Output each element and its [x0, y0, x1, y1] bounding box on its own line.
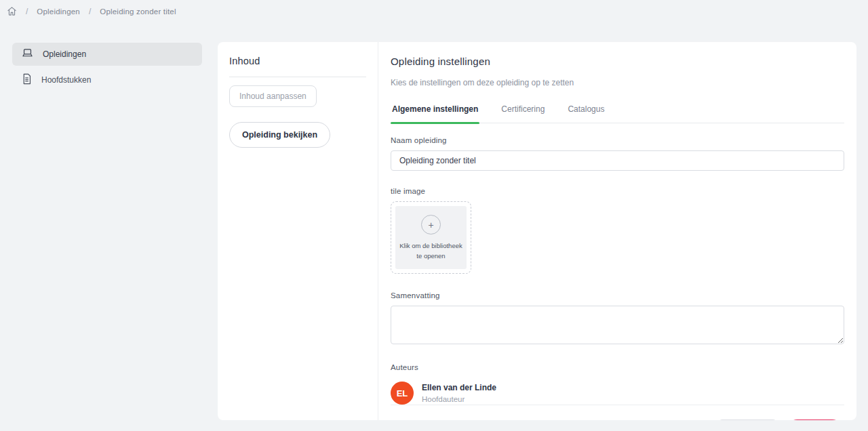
plus-icon: +	[421, 215, 441, 234]
author-name: Ellen van der Linde	[422, 383, 496, 392]
tab-catalogus[interactable]: Catalogus	[566, 103, 606, 123]
breadcrumb: / Opleidingen / Opleiding zonder titel	[0, 0, 868, 30]
name-field-group: Naam opleiding	[391, 136, 844, 171]
sidebar-item-hoofdstukken[interactable]: Hoofdstukken	[12, 68, 202, 91]
summary-field-group: Samenvatting	[391, 291, 844, 347]
settings-subtitle: Kies de instellingen om deze opleiding o…	[391, 78, 844, 87]
sidebar-item-label: Opleidingen	[43, 49, 86, 59]
edit-content-button[interactable]: Inhoud aanpassen	[229, 85, 317, 107]
tab-certificering[interactable]: Certificering	[500, 103, 546, 123]
view-course-button[interactable]: Opleiding bekijken	[229, 122, 330, 148]
settings-tabs: Algemene instellingen Certificering Cata…	[391, 103, 844, 123]
authors-label: Auteurs	[391, 363, 844, 371]
breadcrumb-separator: /	[89, 7, 91, 16]
tile-image-field-group: tile image + Klik om de bibliotheek te o…	[391, 187, 844, 274]
summary-textarea[interactable]	[391, 306, 844, 344]
document-icon	[22, 73, 32, 87]
sidebar-item-opleidingen[interactable]: Opleidingen	[12, 43, 202, 66]
author-info: Ellen van der Linde Hoofdauteur	[422, 383, 496, 403]
author-role: Hoofdauteur	[422, 395, 496, 403]
sidebar-item-label: Hoofdstukken	[41, 75, 91, 85]
author-avatar: EL	[391, 382, 414, 405]
tab-algemene-instellingen[interactable]: Algemene instellingen	[391, 103, 479, 123]
tile-image-upload-area[interactable]: + Klik om de bibliotheek te openen	[391, 201, 471, 274]
course-name-input[interactable]	[391, 150, 844, 171]
summary-label: Samenvatting	[391, 291, 844, 300]
breadcrumb-item-current[interactable]: Opleiding zonder titel	[100, 7, 176, 16]
content-panel: Inhoud Inhoud aanpassen Opleiding bekijk…	[218, 42, 378, 420]
settings-form: Naam opleiding tile image + Klik om de b…	[391, 136, 844, 405]
cancel-button[interactable]: Annuleren	[718, 419, 777, 420]
name-field-label: Naam opleiding	[391, 136, 844, 144]
settings-title: Opleiding instellingen	[391, 56, 844, 67]
upload-hint-text: Klik om de bibliotheek te openen	[399, 241, 462, 261]
breadcrumb-item-opleidingen[interactable]: Opleidingen	[37, 7, 80, 16]
content-panel-divider	[229, 77, 366, 77]
main-layout: Opleidingen Hoofdstukken Inhoud Inhoud a…	[0, 42, 868, 420]
save-button[interactable]: Opslaan	[785, 419, 844, 420]
settings-footer: Annuleren Opslaan	[391, 405, 844, 420]
breadcrumb-separator: /	[26, 7, 28, 16]
laptop-icon	[22, 48, 33, 60]
authors-section: Auteurs EL Ellen van der Linde Hoofdaute…	[391, 363, 844, 405]
sidebar: Opleidingen Hoofdstukken	[0, 42, 218, 420]
upload-hint-line2: te openen	[399, 251, 462, 262]
main-card: Inhoud Inhoud aanpassen Opleiding bekijk…	[218, 42, 856, 420]
home-icon[interactable]	[7, 6, 17, 16]
settings-panel: Opleiding instellingen Kies de instellin…	[378, 42, 856, 420]
tile-image-label: tile image	[391, 187, 844, 195]
author-row: EL Ellen van der Linde Hoofdauteur	[391, 382, 844, 405]
content-panel-title: Inhoud	[229, 56, 366, 66]
tile-image-upload-inner: + Klik om de bibliotheek te openen	[395, 206, 467, 269]
upload-hint-line1: Klik om de bibliotheek	[399, 241, 462, 251]
